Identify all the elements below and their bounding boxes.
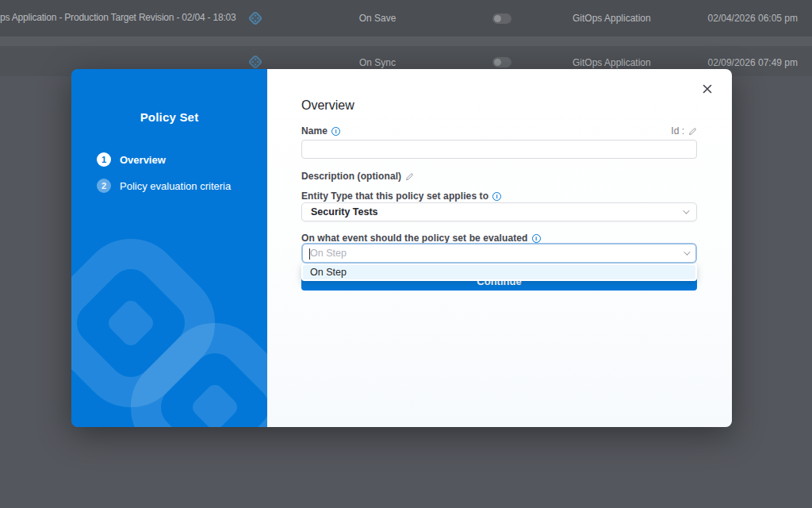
gitops-diamond-icon <box>247 10 263 26</box>
enabled-toggle[interactable] <box>492 13 511 24</box>
row-updated-date: 02/04/2026 06:05 pm <box>647 13 798 24</box>
row-entity-type: GitOps Application <box>573 57 651 68</box>
step-label: Overview <box>120 154 166 166</box>
event-label: On what event should the policy set be e… <box>301 233 541 244</box>
gitops-diamond-icon <box>247 54 263 70</box>
wizard-sidebar: Policy Set 1 Overview 2 Policy evaluatio… <box>71 69 267 427</box>
name-input[interactable] <box>301 140 697 159</box>
info-icon[interactable] <box>331 127 340 136</box>
chevron-down-icon <box>683 207 689 214</box>
wizard-steps: 1 Overview 2 Policy evaluation criteria <box>97 152 231 205</box>
name-label: Name <box>301 125 340 137</box>
description-label: Description (optional) <box>301 171 414 182</box>
page-title: Overview <box>301 98 354 113</box>
info-icon[interactable] <box>492 192 501 201</box>
wizard-title: Policy Set <box>71 110 267 124</box>
step-number-badge: 1 <box>97 152 111 167</box>
id-label: Id : <box>671 125 697 137</box>
row-event: On Sync <box>338 57 417 68</box>
row-entity-type: GitOps Application <box>573 13 651 24</box>
text-caret <box>309 248 310 260</box>
row-updated-date: 02/09/2026 07:49 pm <box>647 57 798 68</box>
step-label: Policy evaluation criteria <box>120 180 231 192</box>
dropdown-option-on-step[interactable]: On Step <box>303 265 695 279</box>
info-icon[interactable] <box>532 234 541 243</box>
policy-set-name: ps Application - Production Target Revis… <box>0 12 244 23</box>
edit-pencil-icon[interactable] <box>405 172 414 181</box>
entity-type-value: Security Tests <box>311 206 378 217</box>
chevron-down-icon <box>684 248 690 255</box>
brand-watermark-logo <box>71 214 267 427</box>
policy-set-wizard-modal: Policy Set 1 Overview 2 Policy evaluatio… <box>71 69 732 427</box>
event-input[interactable] <box>310 248 684 259</box>
step-overview[interactable]: 1 Overview <box>97 152 231 167</box>
edit-pencil-icon[interactable] <box>688 127 697 136</box>
event-dropdown-menu: On Step <box>301 264 697 281</box>
enabled-toggle[interactable] <box>492 57 511 67</box>
close-icon[interactable] <box>702 83 713 94</box>
step-policy-evaluation-criteria[interactable]: 2 Policy evaluation criteria <box>97 179 231 193</box>
entity-type-label: Entity Type that this policy set applies… <box>301 190 501 202</box>
wizard-content-panel: Overview Name Id : Description (optional… <box>267 69 732 427</box>
event-combobox[interactable] <box>301 243 697 264</box>
table-row[interactable]: ps Application - Production Target Revis… <box>0 0 812 37</box>
row-event: On Save <box>338 13 417 24</box>
entity-type-select[interactable]: Security Tests <box>301 202 697 221</box>
step-number-badge: 2 <box>97 179 111 193</box>
table-row-divider <box>0 37 812 46</box>
